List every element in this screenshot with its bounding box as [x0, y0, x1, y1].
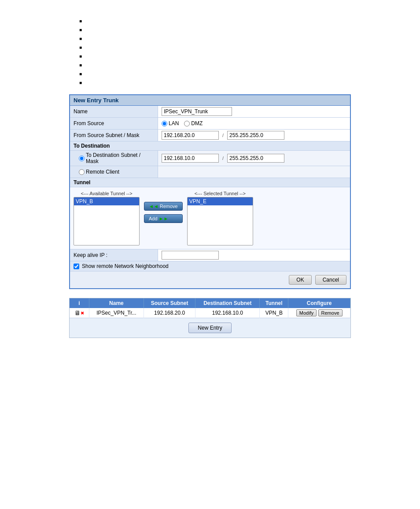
- tunnel-section: <--- Available Tunnel --> VPN_B ◄◄ Remov…: [70, 187, 350, 249]
- row-dest-subnet: 192.168.10.0: [195, 308, 260, 318]
- name-value-cell: [158, 106, 350, 117]
- row-configure: Modify Remove: [288, 308, 350, 318]
- lan-label: LAN: [169, 120, 179, 126]
- to-dest-subnet-value: /: [158, 152, 350, 164]
- row-tunnel: VPN_B: [260, 308, 288, 318]
- from-source-label: From Source: [70, 118, 158, 129]
- to-destination-header: To Destination: [70, 141, 350, 151]
- from-source-subnet-label: From Source Subnet / Mask: [70, 130, 158, 141]
- from-source-mask-input[interactable]: [227, 131, 284, 140]
- entry-table: i Name Source Subnet Destination Subnet …: [70, 298, 350, 318]
- row-icon-cell: 🖥 ✖: [70, 308, 89, 318]
- table-row: 🖥 ✖ IPSec_VPN_Tr... 192.168.20.0 192.168…: [70, 308, 350, 318]
- remote-client-label: Remote Client: [70, 166, 158, 178]
- dmz-label: DMZ: [191, 120, 203, 126]
- table-header-row: i Name Source Subnet Destination Subnet …: [70, 298, 350, 308]
- new-entry-area: New Entry: [70, 318, 350, 338]
- network-icon-small: ✖: [81, 311, 84, 316]
- selected-tunnel-container: <--- Selected Tunnel --> VPN_E: [187, 191, 253, 245]
- slash-divider: /: [222, 133, 224, 138]
- bullet-item: [79, 79, 411, 85]
- remote-client-radio[interactable]: [79, 169, 85, 175]
- col-source-subnet: Source Subnet: [144, 298, 195, 308]
- source-radio-group: LAN DMZ: [162, 120, 203, 126]
- remote-client-row: Remote Client: [70, 166, 350, 178]
- remove-tunnel-button[interactable]: ◄◄ Remove: [144, 202, 183, 211]
- remote-client-value: [158, 171, 350, 173]
- show-network-row: Show remote Network Neighborhood: [70, 261, 350, 271]
- from-source-subnet-value: /: [158, 130, 350, 141]
- tunnel-buttons: ◄◄ Remove Add ►►: [144, 191, 183, 223]
- add-tunnel-button[interactable]: Add ►►: [144, 214, 183, 223]
- name-row: Name: [70, 106, 350, 118]
- col-destination-subnet: Destination Subnet: [195, 298, 260, 308]
- bullet-item: [79, 71, 411, 77]
- remote-client-radio-label[interactable]: Remote Client: [79, 169, 119, 175]
- tunnel-header: Tunnel: [70, 178, 350, 187]
- show-network-checkbox[interactable]: [74, 264, 79, 269]
- row-source-subnet: 192.168.20.0: [144, 308, 195, 318]
- tunnel-inner: <--- Available Tunnel --> VPN_B ◄◄ Remov…: [74, 191, 346, 245]
- slash-divider-2: /: [222, 156, 224, 161]
- remove-row-button[interactable]: Remove: [318, 309, 343, 316]
- col-i: i: [70, 298, 89, 308]
- modify-button[interactable]: Modify: [296, 309, 317, 316]
- bullet-item: [79, 26, 411, 33]
- row-name: IPSec_VPN_Tr...: [89, 308, 144, 318]
- keep-alive-label: Keep alive IP :: [70, 249, 158, 261]
- bullet-list: [79, 18, 411, 85]
- to-dest-subnet-text: To Destination Subnet / Mask: [86, 152, 154, 164]
- to-dest-subnet-input[interactable]: [162, 154, 219, 163]
- lan-radio-label[interactable]: LAN: [162, 120, 179, 126]
- network-icon-wrapper: 🖥 ✖: [73, 309, 85, 316]
- show-network-label: Show remote Network Neighborhood: [82, 263, 169, 269]
- from-source-subnet-input[interactable]: [162, 131, 219, 140]
- available-tunnel-item[interactable]: VPN_B: [74, 197, 139, 205]
- keep-alive-value: [158, 249, 350, 261]
- available-tunnel-label: <--- Available Tunnel -->: [81, 191, 132, 196]
- name-label: Name: [70, 106, 158, 117]
- bullet-item: [79, 53, 411, 59]
- keep-alive-input[interactable]: [162, 251, 219, 260]
- to-dest-subnet-radio[interactable]: [79, 156, 85, 161]
- col-name: Name: [89, 298, 144, 308]
- network-icon: 🖥: [74, 309, 81, 316]
- keep-alive-row: Keep alive IP :: [70, 249, 350, 261]
- from-source-row: From Source LAN DMZ: [70, 118, 350, 130]
- bullet-item: [79, 35, 411, 41]
- remove-btn-label: Remove: [160, 204, 178, 209]
- available-tunnel-container: <--- Available Tunnel --> VPN_B: [74, 191, 140, 245]
- col-configure: Configure: [288, 298, 350, 308]
- bullet-item: [79, 44, 411, 50]
- col-tunnel: Tunnel: [260, 298, 288, 308]
- lan-radio[interactable]: [162, 121, 167, 126]
- bullet-item: [79, 62, 411, 68]
- from-source-subnet-row: From Source Subnet / Mask /: [70, 130, 350, 141]
- to-dest-subnet-radio-label[interactable]: To Destination Subnet / Mask: [79, 152, 154, 164]
- from-source-value: LAN DMZ: [158, 119, 350, 128]
- remote-client-text: Remote Client: [86, 169, 119, 175]
- add-btn-label: Add: [149, 216, 158, 221]
- to-dest-subnet-row: To Destination Subnet / Mask /: [70, 151, 350, 166]
- entry-table-section: i Name Source Subnet Destination Subnet …: [69, 298, 351, 338]
- ok-button[interactable]: OK: [289, 275, 311, 285]
- remove-arrow-left: ◄◄: [149, 204, 158, 209]
- selected-tunnel-list[interactable]: VPN_E: [187, 197, 253, 245]
- bullet-item: [79, 18, 411, 24]
- available-tunnel-list[interactable]: VPN_B: [74, 197, 140, 245]
- new-entry-trunk-form: New Entry Trunk Name From Source LAN DM: [69, 94, 351, 289]
- selected-tunnel-label: <--- Selected Tunnel -->: [195, 191, 246, 196]
- new-entry-button[interactable]: New Entry: [188, 323, 231, 333]
- selected-tunnel-item[interactable]: VPN_E: [188, 197, 253, 205]
- dmz-radio-label[interactable]: DMZ: [184, 120, 203, 126]
- name-input[interactable]: [162, 107, 232, 116]
- to-dest-subnet-radio-label: To Destination Subnet / Mask: [70, 151, 158, 166]
- form-title: New Entry Trunk: [70, 95, 350, 106]
- dmz-radio[interactable]: [184, 121, 190, 126]
- to-dest-mask-input[interactable]: [227, 154, 284, 163]
- add-arrow-right: ►►: [159, 216, 169, 221]
- form-button-row: OK Cancel: [70, 271, 350, 288]
- cancel-button[interactable]: Cancel: [315, 275, 346, 285]
